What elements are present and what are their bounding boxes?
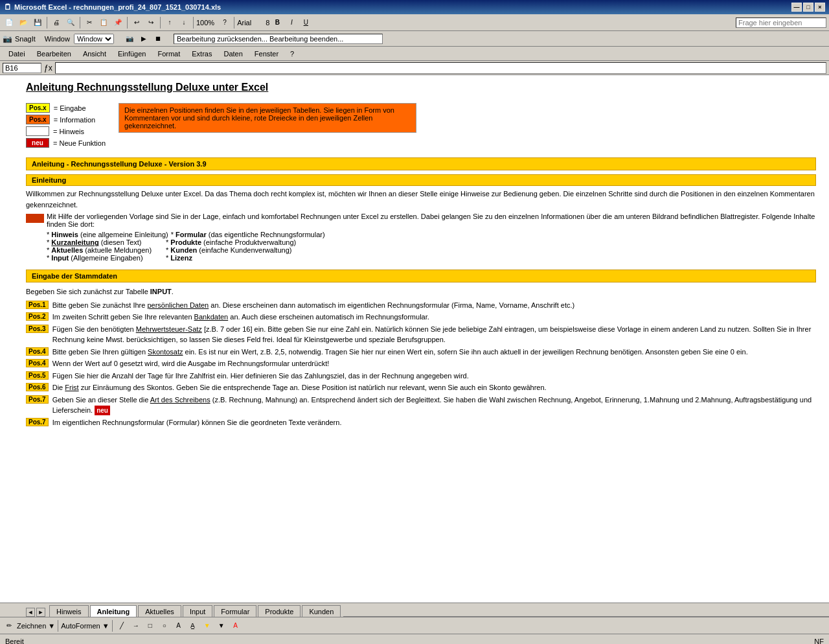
draw-btn-1[interactable]: ✏ [3, 619, 16, 632]
pos6-underline: Frist [65, 384, 78, 391]
open-button[interactable]: 📂 [17, 16, 30, 29]
kurzanleitung-link: Kurzanleitung [51, 238, 98, 246]
menu-einfuegen[interactable]: Einfügen [112, 48, 152, 60]
worksheet-content: Anleitung Rechnungsstellung Deluxe unter… [0, 75, 829, 590]
hinweis-text: Mit Hilfe der vorliegenden Vorlage sind … [47, 213, 816, 228]
bold-button[interactable]: B [271, 16, 284, 29]
preview-button[interactable]: 🔍 [64, 16, 77, 29]
pos7b-text: Im eigentlichen Rechnungsformular (Formu… [52, 417, 816, 428]
snagit-toolbar-buttons: 📷 ▶ ⏹ [123, 32, 165, 45]
tab-anleitung[interactable]: Anleitung [90, 605, 137, 617]
text-tool[interactable]: A [172, 619, 185, 632]
snagit-btn-3[interactable]: ⏹ [152, 32, 165, 45]
legend-badge-information: Pos.x [26, 115, 50, 124]
snagit-window-select[interactable]: Window [74, 34, 114, 44]
line-color-btn[interactable]: ▼ [215, 619, 228, 632]
tab-produkte[interactable]: Produkte [258, 605, 301, 617]
paste-button[interactable]: 📌 [111, 16, 124, 29]
input-bold-text: INPUT [150, 288, 172, 295]
underline-button[interactable]: U [299, 16, 312, 29]
snagit-btn-1[interactable]: 📷 [123, 32, 136, 45]
help-toolbar-button[interactable]: ? [218, 16, 231, 29]
content-list-row-3: * Aktuelles (aktuelle Meldungen) * Kunde… [47, 246, 816, 254]
menu-ansicht[interactable]: Ansicht [77, 48, 112, 60]
tab-spacer [343, 616, 829, 617]
menu-datei[interactable]: Datei [3, 48, 31, 60]
new-button[interactable]: 📄 [3, 16, 16, 29]
legend-badge-hinweis [26, 126, 49, 136]
drawing-toolbar: ✏ Zeichnen ▼ AutoFormen ▼ ╱ → □ ○ A A̲ ▼… [0, 617, 829, 634]
zeichnen-label: Zeichnen ▼ [17, 622, 55, 630]
pos4a-underline: Skontosatz [148, 348, 183, 356]
cut-button[interactable]: ✂ [83, 16, 96, 29]
print-button[interactable]: 🖨 [50, 16, 63, 29]
legend-hinweis-row: = Hinweis [26, 126, 106, 136]
menu-help[interactable]: ? [284, 48, 300, 60]
menu-fenster[interactable]: Fenster [249, 48, 284, 60]
close-button[interactable]: × [815, 3, 825, 12]
content-list-row-4: * Input (Allgemeine Eingaben) * Lizenz [47, 254, 816, 262]
cell-reference-input[interactable] [3, 63, 41, 73]
entry-row-pos5: Pos.5 Fügen Sie hier die Anzahl der Tage… [26, 371, 816, 382]
minimize-button[interactable]: — [791, 3, 802, 12]
tab-formular[interactable]: Formular [214, 605, 256, 617]
font-name[interactable]: Arial [237, 19, 251, 27]
content-list-row-1: * Hinweis (eine allgemeine Einleitung) *… [47, 231, 816, 238]
save-button[interactable]: 💾 [31, 16, 44, 29]
einleitung-header: Einleitung [26, 174, 816, 186]
bearbeitung-status: Bearbeitung zurücksenden... Bearbeitung … [174, 34, 383, 44]
wordart-tool[interactable]: A̲ [187, 619, 199, 632]
sort-asc-button[interactable]: ↑ [163, 16, 176, 29]
legend-hinweis-label: = Hinweis [53, 128, 84, 135]
entry-row-pos3: Pos.3 Fügen Sie den benötigten Mehrwerts… [26, 324, 816, 345]
draw-sep-2 [112, 620, 113, 632]
content-col1-row2: * Kurzanleitung (diesen Text) [47, 238, 163, 246]
undo-button[interactable]: ↩ [130, 16, 143, 29]
formula-icon: ƒx [44, 63, 52, 73]
einleitung-text: Willkommen zur Rechnungsstellung Deluxe … [26, 190, 815, 209]
tab-hinweis[interactable]: Hinweis [49, 605, 89, 617]
einleitung-body: Willkommen zur Rechnungsstellung Deluxe … [26, 189, 816, 210]
stammdaten-intro-period: . [172, 288, 174, 295]
menu-bearbeiten[interactable]: Bearbeiten [31, 48, 77, 60]
pos6-badge: Pos.6 [26, 383, 49, 391]
tab-scroll-right[interactable]: ► [36, 608, 45, 617]
tab-aktuelles[interactable]: Aktuelles [138, 605, 181, 617]
tab-scroll-buttons: ◄ ► [26, 608, 45, 617]
hinweis-color-indicator [26, 214, 44, 223]
entry-row-pos6: Pos.6 Die Frist zur Einräumung des Skont… [26, 382, 816, 393]
formula-bar: ƒx [0, 61, 829, 75]
snagit-btn-2[interactable]: ▶ [137, 32, 150, 45]
italic-button[interactable]: I [285, 16, 298, 29]
fill-color-btn[interactable]: ▼ [201, 619, 214, 632]
title-bar: 🗒 Microsoft Excel - rechnungen_profi_24_… [0, 0, 829, 14]
legend-new-row: neu = Neue Funktion [26, 138, 106, 148]
help-search-area [736, 17, 826, 28]
maximize-button[interactable]: □ [803, 3, 813, 12]
content-col2-row2: * Produkte (einfache Produktverwaltung) [166, 238, 816, 246]
pos7a-underline: Art des Schreibens [150, 396, 210, 404]
pos3-badge: Pos.3 [26, 325, 49, 333]
font-color-btn[interactable]: A [229, 619, 242, 632]
copy-button[interactable]: 📋 [97, 16, 110, 29]
tab-kunden[interactable]: Kunden [302, 605, 341, 617]
font-size[interactable]: 8 [266, 19, 269, 27]
status-right: NF [814, 638, 824, 645]
tab-input[interactable]: Input [183, 605, 212, 617]
tab-scroll-left[interactable]: ◄ [26, 608, 35, 617]
redo-button[interactable]: ↪ [144, 16, 157, 29]
menu-format[interactable]: Format [152, 48, 186, 60]
rect-tool[interactable]: □ [144, 619, 157, 632]
sort-desc-button[interactable]: ↓ [177, 16, 190, 29]
line-tool[interactable]: ╱ [115, 619, 128, 632]
oval-tool[interactable]: ○ [158, 619, 171, 632]
menu-extras[interactable]: Extras [186, 48, 218, 60]
toolbar-separator-6 [234, 17, 234, 29]
formular-link: Formular [176, 231, 207, 238]
help-search-input[interactable] [736, 17, 826, 28]
formula-content-input[interactable] [55, 62, 826, 74]
arrow-tool[interactable]: → [130, 619, 142, 632]
pos2-badge: Pos.2 [26, 312, 49, 321]
menu-daten[interactable]: Daten [218, 48, 248, 60]
stammdaten-label: Eingabe der Stammdaten [32, 272, 117, 280]
